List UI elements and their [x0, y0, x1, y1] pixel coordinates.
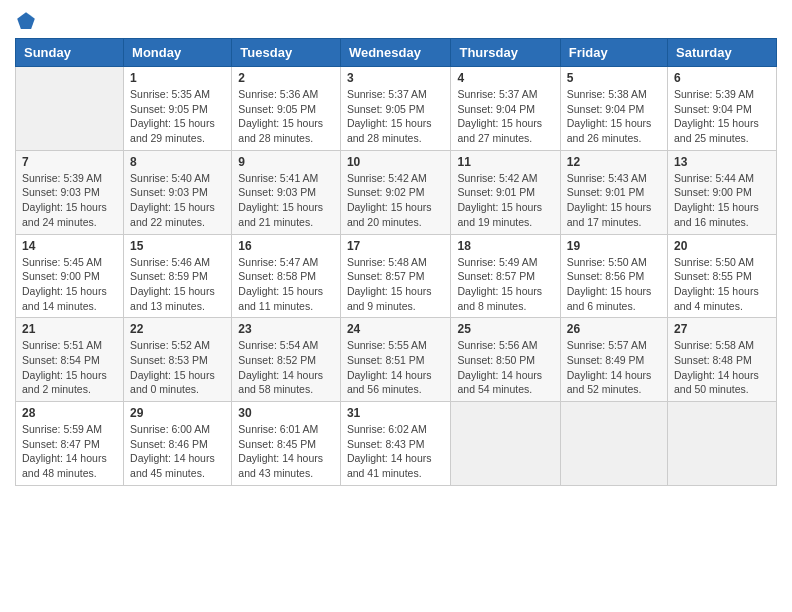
day-number: 1	[130, 71, 225, 85]
day-info: Sunrise: 6:01 AM Sunset: 8:45 PM Dayligh…	[238, 422, 334, 481]
calendar-week-row: 21Sunrise: 5:51 AM Sunset: 8:54 PM Dayli…	[16, 318, 777, 402]
day-info: Sunrise: 5:40 AM Sunset: 9:03 PM Dayligh…	[130, 171, 225, 230]
logo-icon	[15, 10, 37, 32]
weekday-header-monday: Monday	[124, 39, 232, 67]
day-number: 21	[22, 322, 117, 336]
calendar-cell: 30Sunrise: 6:01 AM Sunset: 8:45 PM Dayli…	[232, 402, 341, 486]
day-info: Sunrise: 5:57 AM Sunset: 8:49 PM Dayligh…	[567, 338, 661, 397]
day-number: 6	[674, 71, 770, 85]
day-info: Sunrise: 5:39 AM Sunset: 9:04 PM Dayligh…	[674, 87, 770, 146]
weekday-header-sunday: Sunday	[16, 39, 124, 67]
calendar-header-row: SundayMondayTuesdayWednesdayThursdayFrid…	[16, 39, 777, 67]
weekday-header-tuesday: Tuesday	[232, 39, 341, 67]
day-info: Sunrise: 5:50 AM Sunset: 8:56 PM Dayligh…	[567, 255, 661, 314]
day-info: Sunrise: 5:45 AM Sunset: 9:00 PM Dayligh…	[22, 255, 117, 314]
weekday-header-friday: Friday	[560, 39, 667, 67]
weekday-header-saturday: Saturday	[668, 39, 777, 67]
day-info: Sunrise: 5:54 AM Sunset: 8:52 PM Dayligh…	[238, 338, 334, 397]
calendar-cell: 20Sunrise: 5:50 AM Sunset: 8:55 PM Dayli…	[668, 234, 777, 318]
calendar-cell: 17Sunrise: 5:48 AM Sunset: 8:57 PM Dayli…	[340, 234, 451, 318]
day-number: 5	[567, 71, 661, 85]
day-number: 24	[347, 322, 445, 336]
calendar-cell: 21Sunrise: 5:51 AM Sunset: 8:54 PM Dayli…	[16, 318, 124, 402]
calendar-cell: 25Sunrise: 5:56 AM Sunset: 8:50 PM Dayli…	[451, 318, 560, 402]
day-info: Sunrise: 5:51 AM Sunset: 8:54 PM Dayligh…	[22, 338, 117, 397]
calendar-cell: 12Sunrise: 5:43 AM Sunset: 9:01 PM Dayli…	[560, 150, 667, 234]
calendar-cell: 8Sunrise: 5:40 AM Sunset: 9:03 PM Daylig…	[124, 150, 232, 234]
day-number: 2	[238, 71, 334, 85]
calendar-cell: 23Sunrise: 5:54 AM Sunset: 8:52 PM Dayli…	[232, 318, 341, 402]
day-number: 25	[457, 322, 553, 336]
calendar-cell: 27Sunrise: 5:58 AM Sunset: 8:48 PM Dayli…	[668, 318, 777, 402]
day-info: Sunrise: 5:48 AM Sunset: 8:57 PM Dayligh…	[347, 255, 445, 314]
calendar-cell: 24Sunrise: 5:55 AM Sunset: 8:51 PM Dayli…	[340, 318, 451, 402]
day-number: 8	[130, 155, 225, 169]
day-number: 30	[238, 406, 334, 420]
day-number: 14	[22, 239, 117, 253]
calendar-cell: 11Sunrise: 5:42 AM Sunset: 9:01 PM Dayli…	[451, 150, 560, 234]
day-number: 26	[567, 322, 661, 336]
calendar-cell	[560, 402, 667, 486]
day-info: Sunrise: 5:38 AM Sunset: 9:04 PM Dayligh…	[567, 87, 661, 146]
calendar-cell: 22Sunrise: 5:52 AM Sunset: 8:53 PM Dayli…	[124, 318, 232, 402]
calendar-cell: 19Sunrise: 5:50 AM Sunset: 8:56 PM Dayli…	[560, 234, 667, 318]
day-info: Sunrise: 5:42 AM Sunset: 9:01 PM Dayligh…	[457, 171, 553, 230]
logo	[15, 10, 41, 32]
day-number: 22	[130, 322, 225, 336]
calendar-cell: 5Sunrise: 5:38 AM Sunset: 9:04 PM Daylig…	[560, 67, 667, 151]
day-number: 7	[22, 155, 117, 169]
day-info: Sunrise: 5:42 AM Sunset: 9:02 PM Dayligh…	[347, 171, 445, 230]
calendar-cell: 15Sunrise: 5:46 AM Sunset: 8:59 PM Dayli…	[124, 234, 232, 318]
day-number: 18	[457, 239, 553, 253]
calendar-week-row: 1Sunrise: 5:35 AM Sunset: 9:05 PM Daylig…	[16, 67, 777, 151]
weekday-header-wednesday: Wednesday	[340, 39, 451, 67]
day-number: 28	[22, 406, 117, 420]
calendar-cell: 9Sunrise: 5:41 AM Sunset: 9:03 PM Daylig…	[232, 150, 341, 234]
day-number: 19	[567, 239, 661, 253]
calendar-cell: 4Sunrise: 5:37 AM Sunset: 9:04 PM Daylig…	[451, 67, 560, 151]
calendar-cell: 26Sunrise: 5:57 AM Sunset: 8:49 PM Dayli…	[560, 318, 667, 402]
calendar-cell: 7Sunrise: 5:39 AM Sunset: 9:03 PM Daylig…	[16, 150, 124, 234]
day-info: Sunrise: 5:50 AM Sunset: 8:55 PM Dayligh…	[674, 255, 770, 314]
day-number: 23	[238, 322, 334, 336]
calendar-cell: 28Sunrise: 5:59 AM Sunset: 8:47 PM Dayli…	[16, 402, 124, 486]
day-info: Sunrise: 5:47 AM Sunset: 8:58 PM Dayligh…	[238, 255, 334, 314]
day-info: Sunrise: 5:36 AM Sunset: 9:05 PM Dayligh…	[238, 87, 334, 146]
day-info: Sunrise: 5:49 AM Sunset: 8:57 PM Dayligh…	[457, 255, 553, 314]
weekday-header-thursday: Thursday	[451, 39, 560, 67]
day-info: Sunrise: 5:55 AM Sunset: 8:51 PM Dayligh…	[347, 338, 445, 397]
day-info: Sunrise: 5:56 AM Sunset: 8:50 PM Dayligh…	[457, 338, 553, 397]
day-number: 27	[674, 322, 770, 336]
day-number: 3	[347, 71, 445, 85]
calendar-week-row: 14Sunrise: 5:45 AM Sunset: 9:00 PM Dayli…	[16, 234, 777, 318]
day-info: Sunrise: 5:46 AM Sunset: 8:59 PM Dayligh…	[130, 255, 225, 314]
day-info: Sunrise: 5:59 AM Sunset: 8:47 PM Dayligh…	[22, 422, 117, 481]
calendar-table: SundayMondayTuesdayWednesdayThursdayFrid…	[15, 38, 777, 486]
day-info: Sunrise: 6:02 AM Sunset: 8:43 PM Dayligh…	[347, 422, 445, 481]
calendar-cell: 2Sunrise: 5:36 AM Sunset: 9:05 PM Daylig…	[232, 67, 341, 151]
calendar-week-row: 7Sunrise: 5:39 AM Sunset: 9:03 PM Daylig…	[16, 150, 777, 234]
day-number: 11	[457, 155, 553, 169]
calendar-cell	[668, 402, 777, 486]
day-number: 9	[238, 155, 334, 169]
day-info: Sunrise: 5:35 AM Sunset: 9:05 PM Dayligh…	[130, 87, 225, 146]
calendar-cell: 16Sunrise: 5:47 AM Sunset: 8:58 PM Dayli…	[232, 234, 341, 318]
day-info: Sunrise: 5:37 AM Sunset: 9:05 PM Dayligh…	[347, 87, 445, 146]
day-info: Sunrise: 5:58 AM Sunset: 8:48 PM Dayligh…	[674, 338, 770, 397]
day-number: 12	[567, 155, 661, 169]
day-number: 4	[457, 71, 553, 85]
day-number: 20	[674, 239, 770, 253]
calendar-cell: 10Sunrise: 5:42 AM Sunset: 9:02 PM Dayli…	[340, 150, 451, 234]
calendar-cell: 13Sunrise: 5:44 AM Sunset: 9:00 PM Dayli…	[668, 150, 777, 234]
day-info: Sunrise: 5:44 AM Sunset: 9:00 PM Dayligh…	[674, 171, 770, 230]
day-info: Sunrise: 5:52 AM Sunset: 8:53 PM Dayligh…	[130, 338, 225, 397]
day-number: 17	[347, 239, 445, 253]
day-info: Sunrise: 5:41 AM Sunset: 9:03 PM Dayligh…	[238, 171, 334, 230]
day-number: 16	[238, 239, 334, 253]
calendar-cell: 29Sunrise: 6:00 AM Sunset: 8:46 PM Dayli…	[124, 402, 232, 486]
calendar-cell	[16, 67, 124, 151]
calendar-cell	[451, 402, 560, 486]
page-header	[15, 10, 777, 32]
svg-marker-0	[17, 12, 35, 29]
day-info: Sunrise: 5:43 AM Sunset: 9:01 PM Dayligh…	[567, 171, 661, 230]
